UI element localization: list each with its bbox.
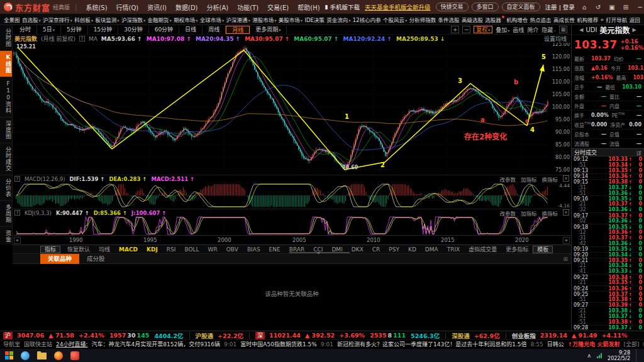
news-item[interactable]: 新冠检测有多火？这家公司一季度赚了143亿！是过去十年利润总和的1.5倍 (337, 340, 527, 348)
indicator-tab[interactable]: KDJ (142, 246, 162, 253)
indicator-tab[interactable]: WR (204, 246, 222, 253)
nav-item[interactable]: 沪深京排行▾ (42, 16, 73, 23)
nav-item[interactable]: 期权市场▾ (173, 16, 198, 23)
scroll-left-icon[interactable]: « (14, 237, 21, 244)
indicator-tab[interactable]: BOLL (180, 246, 203, 253)
period-tab[interactable]: 更多周期▾ (250, 26, 287, 34)
nav-item[interactable]: 热点追击 (530, 16, 552, 23)
chart-tool-button[interactable]: ⊞ (559, 26, 567, 33)
kdj-chart[interactable] (13, 216, 571, 235)
indicator-tab[interactable]: 模板 (533, 246, 553, 253)
macd-chart[interactable]: 4.44-4.16 (13, 182, 571, 209)
nav-item[interactable]: 全景图 (3, 16, 21, 23)
nav-item[interactable]: IDE决策 (304, 16, 325, 23)
sidebar-tab[interactable]: F10资料 (0, 77, 13, 118)
chart-tool-button[interactable]: 叠加▾ (496, 26, 509, 34)
tray-expand-icon[interactable]: ∧ (587, 353, 591, 359)
close-pane-icon[interactable]: × (563, 175, 569, 182)
pane-link[interactable]: 换指标 (541, 175, 558, 183)
indicator-tab[interactable]: MACD (114, 246, 142, 253)
nav-item[interactable]: 条件选股 (438, 16, 460, 23)
nav-item[interactable]: 高级选股 (461, 16, 484, 23)
nav-item[interactable]: 板块监测▾ (94, 16, 119, 23)
pane-link[interactable]: 改参数 (499, 209, 516, 217)
indicator-tab[interactable]: BIAS (243, 246, 265, 253)
sidebar-tab[interactable]: 多周期 (0, 201, 13, 227)
chart-tool-button[interactable]: − (462, 26, 470, 33)
minimize-button[interactable]: ─ (635, 4, 644, 11)
nav-item[interactable]: » (600, 16, 604, 23)
menubar-item[interactable]: 功能(T) (237, 3, 258, 12)
indicator-tab[interactable]: DMI (327, 246, 347, 253)
menubar-item[interactable]: 交易(E) (267, 3, 289, 12)
indicator-tab[interactable]: 均线 (94, 245, 114, 253)
indicator-tab[interactable]: 指标 (40, 246, 60, 253)
prev-instrument-icon[interactable]: ◀ (579, 27, 583, 33)
related-tab[interactable]: 关联品种 (40, 254, 79, 264)
indicator-tab[interactable]: 虚拟成交量 (464, 245, 501, 253)
period-tab[interactable]: 30分钟 (118, 26, 148, 34)
register-link[interactable]: 注册 (545, 4, 557, 11)
news-item[interactable]: 汽车：神龙汽车4月实现开票8152辆，交付9316辆 (92, 340, 221, 348)
sidebar-tab[interactable]: 资金 (0, 227, 13, 244)
period-tab[interactable]: 月线 (226, 26, 250, 34)
login-link[interactable]: 登录 (563, 4, 575, 11)
menubar-item[interactable]: 资讯(I) (147, 3, 167, 12)
nav-item[interactable]: 科创板▾ (74, 16, 94, 23)
chart-tool-button[interactable]: 画线 (513, 26, 524, 34)
ticker-app-link[interactable]: 国联快主站 (24, 340, 52, 348)
pane-link[interactable]: 改参数 (499, 175, 516, 183)
nav-item[interactable]: 全球市场▾ (199, 16, 225, 23)
indicator-tab[interactable]: DKX (347, 246, 368, 253)
nav-item[interactable]: 金融期货▾ (147, 16, 172, 23)
nav-item[interactable]: 分析师指数 (409, 16, 437, 23)
help-icon[interactable]: ? (14, 210, 20, 216)
time-sales-list[interactable]: 09:12103.33↑0:51103.34↑009:13103.35↑009:… (572, 156, 644, 331)
home-icon[interactable]: ⌂ (580, 4, 589, 11)
file-explorer-icon[interactable] (37, 353, 47, 359)
ticks-detail-link[interactable]: 详 (636, 149, 641, 156)
nav-item[interactable]: 机构推荐 (576, 16, 599, 23)
indicator-tab[interactable]: KD (404, 246, 421, 253)
pane-link[interactable]: 加指标 (521, 175, 537, 183)
indicator-tab[interactable]: ENE (265, 246, 285, 253)
show-desktop-button[interactable] (636, 349, 639, 362)
news-item[interactable]: 富时中国A50指数期货跌1.5% (240, 340, 316, 348)
sidebar-tab[interactable]: K线图 (0, 51, 13, 77)
menubar-item[interactable]: 数据(D) (175, 3, 198, 12)
nav-item[interactable]: 沪深指数▾ (121, 16, 146, 23)
indicator-tab[interactable]: BRAR (285, 246, 309, 253)
candlestick-chart[interactable]: 125.00120.00115.00110.00105.00100.0095.0… (13, 43, 571, 175)
nav-item[interactable]: 港股市场▾ (252, 16, 277, 23)
ticker-app-link[interactable]: 导航宝 (3, 340, 20, 348)
news-item[interactable]: 日韩公 (547, 340, 564, 348)
sidebar-tab[interactable]: 深度图 (0, 118, 13, 143)
nav-item[interactable]: 打开导航 (605, 16, 628, 23)
multiwindow-icon[interactable]: ⊞ (621, 4, 630, 11)
nav-item[interactable]: 自选股▾ (21, 16, 42, 23)
browser-icon[interactable] (21, 351, 30, 360)
close-pane-icon[interactable]: × (563, 209, 569, 216)
sidebar-collapse-handle[interactable]: ▸ (9, 158, 11, 163)
menubar-item[interactable]: 分析(A) (207, 3, 229, 12)
all-news-link[interactable]: [全部] (623, 340, 639, 348)
related-tab[interactable]: 成分股 (79, 254, 113, 264)
indicator-tab[interactable]: TRIX (443, 246, 465, 253)
nav-item[interactable]: 选股器 (484, 16, 505, 23)
skin-icon[interactable]: ▣ (608, 4, 616, 11)
next-instrument-icon[interactable]: ▶ (632, 27, 636, 33)
nav-item[interactable]: 个股风云▾ (382, 16, 408, 23)
chart-tool-button[interactable]: + (451, 26, 459, 33)
panel-toggle-icon[interactable]: ⊞ (563, 256, 571, 262)
taskbar-clock[interactable]: 9:28 2022/5/2 (608, 350, 630, 361)
nav-item[interactable]: 返回 (629, 16, 641, 23)
pane-link[interactable]: 换指标 (541, 209, 558, 217)
period-tab[interactable]: 日线 (179, 26, 203, 34)
help-icon[interactable]: ? (79, 36, 85, 41)
pane-link[interactable]: 加指标 (521, 209, 537, 217)
period-tab[interactable]: 60分钟 (149, 26, 179, 34)
nav-item[interactable]: 沪深港通▾ (226, 16, 251, 23)
indicator-tab[interactable]: DMA (421, 246, 443, 253)
indicator-tab[interactable]: PSY (384, 246, 404, 253)
hot-stock-link[interactable]: ↑万隆光电 火箭发射 (568, 340, 620, 348)
